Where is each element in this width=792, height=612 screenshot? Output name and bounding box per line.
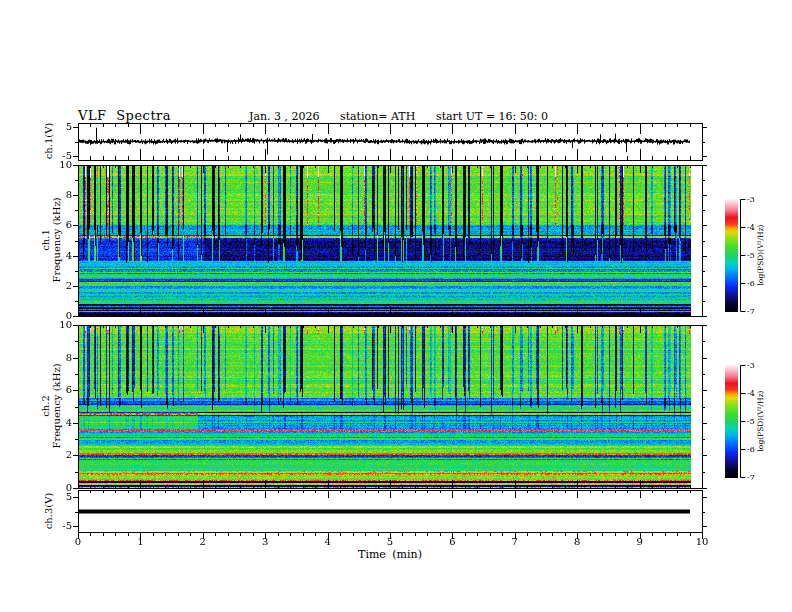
time-tick-label: 9 xyxy=(636,536,642,547)
ch1-spec-ytick-label: 2 xyxy=(34,280,72,292)
ch2-spec-ytick-label: 10 xyxy=(34,319,72,331)
colorbar2-tick-label: -7 xyxy=(747,473,755,482)
time-tick-label: 3 xyxy=(262,536,268,547)
vlf-spectra-figure: VLF Spectra Jan. 3 , 2026 station= ATH s… xyxy=(0,0,792,612)
colorbar2-tick-label: -4 xyxy=(747,389,755,398)
colorbar2-tick-label: -6 xyxy=(747,445,755,454)
colorbar1-tick-label: -5 xyxy=(747,251,755,260)
ch2-spec-ytick-label: 8 xyxy=(34,352,72,364)
time-tick-label: 7 xyxy=(512,536,518,547)
colorbar1-tick-label: -4 xyxy=(747,223,755,232)
ch1-wave-ytick-label: 5 xyxy=(34,121,72,133)
ch1-spec-ytick-label: 4 xyxy=(34,250,72,262)
colorbar1-tick-label: -6 xyxy=(747,279,755,288)
time-tick-label: 4 xyxy=(324,536,330,547)
colorbar2-tick-label: -5 xyxy=(747,417,755,426)
colorbar1-tick-label: -3 xyxy=(747,195,755,204)
time-tick-label: 8 xyxy=(574,536,580,547)
ch3-wave-ytick-label: -5 xyxy=(34,520,72,532)
time-tick-label: 10 xyxy=(696,536,709,547)
time-tick-label: 6 xyxy=(449,536,455,547)
time-tick-label: 0 xyxy=(75,536,81,547)
time-tick-label: 1 xyxy=(137,536,143,547)
ch1-spec-ytick-label: 6 xyxy=(34,219,72,231)
time-tick-label: 2 xyxy=(200,536,206,547)
ch1-spec-ytick-label: 8 xyxy=(34,189,72,201)
axes-ticks-waveform-overlay xyxy=(0,0,792,612)
ch2-spec-ytick-label: 6 xyxy=(34,384,72,396)
colorbar1-tick-label: -7 xyxy=(747,307,755,316)
time-tick-label: 5 xyxy=(387,536,393,547)
ch2-spec-ytick-label: 4 xyxy=(34,417,72,429)
ch1-spec-ytick-label: 10 xyxy=(34,159,72,171)
ch2-spec-ytick-label: 0 xyxy=(34,482,72,494)
colorbar2-tick-label: -3 xyxy=(747,361,755,370)
ch2-spec-ytick-label: 2 xyxy=(34,449,72,461)
